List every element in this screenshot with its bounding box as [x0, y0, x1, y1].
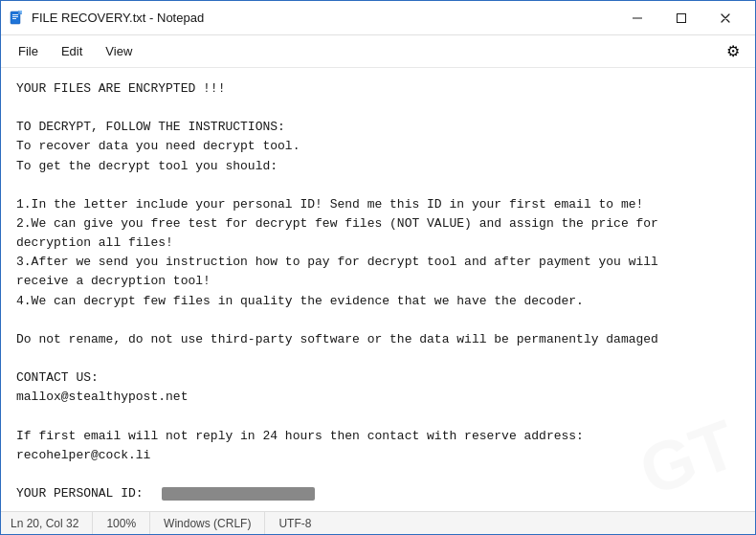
cursor-position: Ln 20, Col 32	[11, 512, 93, 534]
menu-edit[interactable]: Edit	[52, 40, 92, 62]
window-title: FILE RECOVERY.txt - Notepad	[32, 11, 615, 25]
svg-rect-3	[12, 18, 16, 19]
menu-file[interactable]: File	[9, 40, 48, 62]
svg-rect-5	[633, 17, 642, 18]
window-controls	[615, 3, 747, 33]
personal-id-value	[162, 487, 315, 501]
menu-view[interactable]: View	[96, 40, 142, 62]
svg-rect-2	[12, 16, 18, 17]
svg-rect-6	[678, 13, 686, 22]
encoding: UTF-8	[265, 512, 324, 534]
zoom-level: 100%	[93, 512, 150, 534]
minimize-button[interactable]	[615, 3, 659, 33]
line-ending: Windows (CRLF)	[150, 512, 265, 534]
settings-icon[interactable]: ⚙	[719, 37, 747, 66]
editor-area[interactable]: YOUR FILES ARE ENCRYPTED !!! TO DECRYPT,…	[1, 68, 755, 511]
status-bar: Ln 20, Col 32 100% Windows (CRLF) UTF-8	[1, 511, 755, 534]
maximize-button[interactable]	[659, 3, 703, 33]
svg-rect-1	[12, 14, 18, 15]
title-bar: FILE RECOVERY.txt - Notepad	[1, 1, 755, 35]
close-button[interactable]	[703, 3, 747, 33]
editor-text: YOUR FILES ARE ENCRYPTED !!! TO DECRYPT,…	[1, 68, 755, 511]
notepad-window: FILE RECOVERY.txt - Notepad File Edit Vi…	[0, 0, 756, 535]
app-icon	[9, 11, 24, 26]
menu-bar: File Edit View ⚙	[1, 35, 755, 68]
